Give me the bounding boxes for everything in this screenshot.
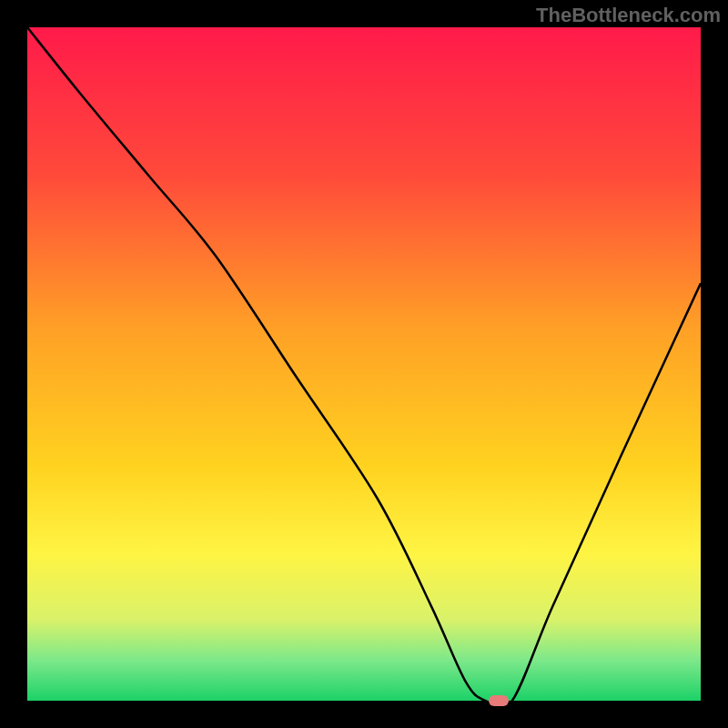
optimal-marker <box>489 695 509 706</box>
watermark-text: TheBottleneck.com <box>536 4 721 27</box>
curve-svg <box>27 27 701 701</box>
bottleneck-curve-path <box>27 27 701 701</box>
chart-container: TheBottleneck.com <box>0 0 728 728</box>
plot-area <box>27 27 701 701</box>
